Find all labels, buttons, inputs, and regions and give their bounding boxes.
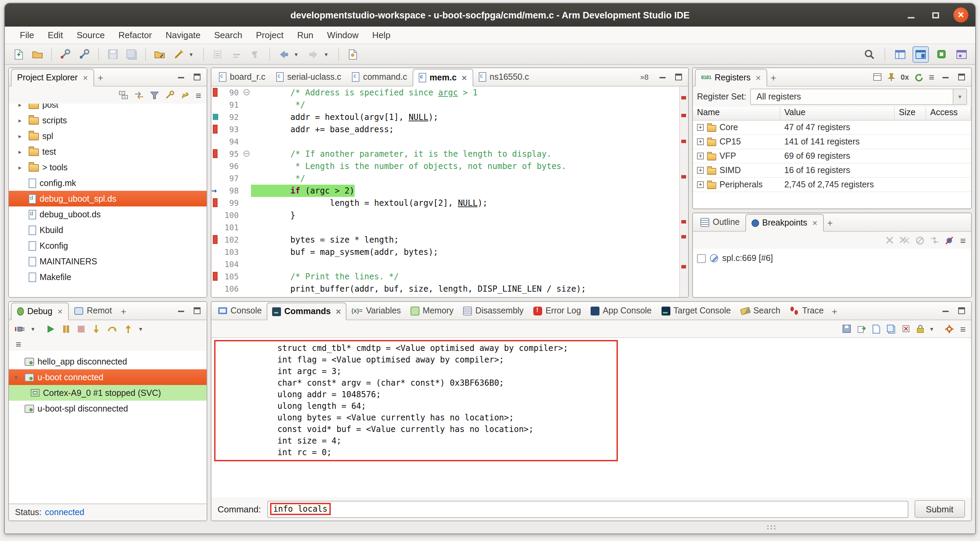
build-targets-button[interactable] (151, 46, 168, 62)
link-with-editor-button[interactable] (134, 91, 144, 99)
tree-item-config-mk[interactable]: config.mk (9, 175, 207, 191)
minimize-panel-button[interactable] (175, 306, 186, 316)
menu-file[interactable]: File (13, 27, 41, 44)
console-tab-target-console[interactable]: Target Console (656, 302, 735, 320)
tree-item-maintainers[interactable]: MAINTAINERS (9, 254, 207, 269)
suspend-button[interactable] (61, 324, 71, 333)
search-button[interactable] (861, 46, 878, 62)
fold-column[interactable] (242, 234, 251, 246)
command-input[interactable]: info locals (267, 500, 908, 517)
view-menu-button[interactable]: ≡ (960, 323, 966, 334)
collapse-icon[interactable] (243, 89, 249, 95)
view-menu-button[interactable]: ≡ (929, 71, 934, 82)
debug-hardware-config-button[interactable] (57, 46, 74, 62)
register-row-simd[interactable]: +SIMD16 of 16 registers (693, 163, 971, 178)
layout-button[interactable] (873, 73, 881, 81)
arm-perspective-button[interactable] (933, 46, 949, 62)
code-line-101[interactable]: 101 (212, 221, 679, 234)
breakpoint-checkbox[interactable] (697, 254, 706, 263)
tree-item-scripts[interactable]: ▸scripts (9, 113, 207, 128)
column-header-access[interactable]: Access (926, 107, 971, 120)
console-tab-trace[interactable]: Trace (785, 302, 828, 320)
display-selected-console-dropdown[interactable]: ▾ (930, 325, 939, 332)
register-row-core[interactable]: +Core47 of 47 registers (693, 121, 971, 135)
tree-item-makefile[interactable]: Makefile (9, 269, 207, 285)
close-tab-icon[interactable]: ✕ (336, 308, 341, 315)
open-perspective-button[interactable] (892, 46, 908, 62)
maximize-panel-button[interactable] (192, 72, 202, 82)
menu-edit[interactable]: Edit (41, 27, 70, 44)
forward-button[interactable] (305, 46, 322, 62)
development-studio-perspective-button[interactable] (913, 46, 929, 62)
export-console-button[interactable] (857, 324, 866, 333)
titlebar[interactable]: developmentstudio-workspace - u-boot-soc… (5, 3, 975, 27)
fold-column[interactable] (242, 221, 251, 234)
console-tab-disassembly[interactable]: Disassembly (458, 302, 528, 320)
debug-item-u-boot-connected[interactable]: ▾u-boot connected (9, 369, 207, 385)
menu-window[interactable]: Window (320, 27, 366, 44)
new-console-tab-button[interactable]: + (828, 303, 840, 320)
toolbar-overflow-button[interactable]: ≡ (16, 339, 21, 349)
status-value-link[interactable]: connected (45, 508, 84, 517)
show-breakpoints-supported-button[interactable] (916, 236, 924, 244)
maximize-panel-button[interactable] (956, 306, 967, 316)
debug-item-cortex-a9-0-1-stopped-svc[interactable]: Cortex-A9_0 #1 stopped (SVC) (9, 385, 207, 401)
twisty-icon[interactable]: ▸ (18, 103, 25, 108)
save-all-button[interactable] (123, 46, 140, 62)
twisty-icon[interactable]: ▸ (18, 164, 25, 171)
tree-item-tools[interactable]: ▸> tools (9, 159, 207, 175)
column-header-value[interactable]: Value (780, 107, 895, 120)
remove-all-breakpoints-button[interactable] (899, 236, 910, 244)
code-line-92[interactable]: 92 addr = hextoul(argv[1], NULL); (212, 111, 679, 123)
menu-run[interactable]: Run (290, 27, 320, 44)
fold-column[interactable] (242, 283, 251, 295)
resume-button[interactable] (46, 324, 55, 333)
refresh-button[interactable] (915, 73, 923, 81)
new-view-button[interactable]: + (767, 70, 780, 86)
menu-search[interactable]: Search (207, 27, 249, 44)
show-whitespace-button[interactable] (229, 46, 245, 62)
code-line-104[interactable]: 104 (212, 258, 679, 271)
minimize-panel-button[interactable] (175, 72, 186, 82)
collapse-icon[interactable] (243, 151, 249, 157)
debug-item-hello-app-disconnected[interactable]: hello_app disconnected (9, 354, 207, 369)
expand-icon[interactable]: + (697, 138, 704, 145)
tree-item-kconfig[interactable]: Kconfig (9, 238, 207, 254)
forward-dropdown[interactable]: ▾ (325, 51, 333, 57)
format-button[interactable] (248, 46, 264, 62)
copy-console-button[interactable] (886, 324, 896, 333)
debug-toolbar-dropdown[interactable]: ▾ (139, 325, 147, 332)
resize-handle[interactable] (767, 525, 768, 527)
fold-column[interactable] (242, 136, 251, 148)
fold-column[interactable] (242, 258, 251, 271)
tab-registers[interactable]: 0101 Registers ✕ (695, 69, 767, 87)
step-over-button[interactable] (107, 324, 117, 333)
save-console-button[interactable] (842, 324, 851, 333)
register-set-combo[interactable]: All registers ▾ (751, 89, 967, 105)
save-button[interactable] (104, 46, 121, 62)
link-with-debug-button[interactable] (930, 236, 939, 244)
back-button[interactable] (275, 46, 292, 62)
tree-item-debug-uboot-spl-ds[interactable]: debug_uboot_spl.ds (9, 191, 207, 206)
submit-button[interactable]: Submit (914, 500, 965, 518)
external-tools-button[interactable] (170, 46, 187, 62)
console-tab-error-log[interactable]: Error Log (528, 302, 586, 320)
hex-format-button[interactable]: 0x (900, 73, 909, 81)
menu-help[interactable]: Help (366, 27, 398, 44)
tab-breakpoints[interactable]: Breakpoints ✕ (745, 214, 824, 232)
column-header-size[interactable]: Size (895, 107, 926, 120)
open-element-button[interactable] (344, 46, 361, 62)
close-tab-icon[interactable]: ✕ (83, 74, 88, 81)
hidden-editors-indicator[interactable]: »8 (638, 73, 652, 81)
collapse-all-button[interactable] (119, 90, 128, 100)
menu-source[interactable]: Source (70, 27, 111, 44)
step-return-button[interactable] (123, 324, 133, 333)
fold-column[interactable] (242, 197, 251, 209)
fold-column[interactable] (242, 87, 251, 99)
menu-project[interactable]: Project (249, 27, 290, 44)
remove-breakpoint-button[interactable] (886, 236, 893, 244)
maximize-panel-button[interactable] (192, 306, 202, 316)
new-view-button[interactable]: + (94, 70, 107, 86)
fold-column[interactable] (242, 99, 251, 111)
fold-column[interactable] (242, 160, 251, 172)
